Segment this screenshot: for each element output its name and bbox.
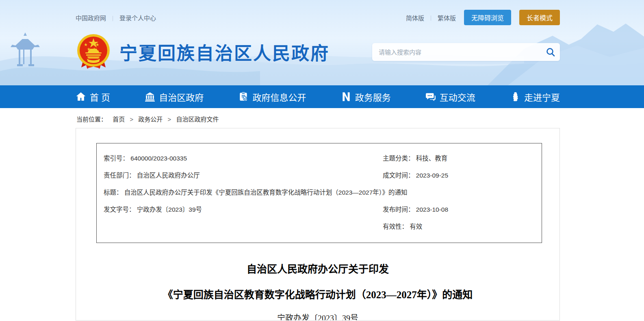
site-title[interactable]: 宁夏回族自治区人民政府 [119,39,330,65]
nav-item-interaction[interactable]: 互动交流 [425,90,475,103]
nav-label: 政府信息公开 [252,90,306,103]
nav-label: 走进宁夏 [524,90,560,103]
article-title-line1: 自治区人民政府办公厅关于印发 [76,261,559,275]
meta-validity-value: 有效 [410,223,422,230]
gov-site-link[interactable]: 中国政府网 [76,15,106,22]
search-icon [546,47,555,57]
meta-category-value: 科技、教育 [416,155,448,162]
meta-row: 发文字号： 宁政办发〔2023〕39号 发布时间： 2023-10-08 [97,201,542,218]
meta-written-date-value: 2023-09-25 [416,172,448,179]
traditional-chinese-link[interactable]: 繁体版 [438,13,456,22]
separator: ｜ [110,15,115,22]
meta-row: 索引号： 640000/2023-00335 主题分类： 科技、教育 [97,150,542,167]
login-link[interactable]: 登录个人中心 [119,15,156,22]
national-emblem-logo[interactable] [76,33,111,71]
search-input[interactable] [372,49,541,56]
search-box [372,43,560,61]
elder-mode-button[interactable]: 长者模式 [519,10,560,25]
chat-bubble-icon [425,91,436,102]
government-building-icon [145,91,155,102]
document-content-panel: 索引号： 640000/2023-00335 主题分类： 科技、教育 责任部门：… [76,128,560,321]
article-title-line2: 《宁夏回族自治区教育数字化战略行动计划（2023—2027年）》的通知 [76,286,559,301]
meta-category-label: 主题分类： [383,155,414,162]
breadcrumb-separator: > [168,116,171,123]
site-header: 中国政府网｜登录个人中心 简体版｜繁体版 无障碍浏览 长者模式 [0,0,644,85]
meta-doc-number-label: 发文字号： [104,206,135,213]
nav-label: 互动交流 [440,90,475,103]
nav-item-about-ningxia[interactable]: 走进宁夏 [510,90,560,103]
meta-title-value: 自治区人民政府办公厅关于印发《宁夏回族自治区教育数字化战略行动计划（2023—2… [124,189,408,196]
info-disclosure-icon [238,91,249,102]
meta-row: 有效性： 有效 [97,218,542,235]
meta-doc-number-value: 宁政办发〔2023〕39号 [137,206,202,213]
nav-item-home[interactable]: 首 页 [76,90,110,103]
separator: ｜ [428,14,434,22]
nav-label: 首 页 [90,90,110,103]
meta-department-label: 责任部门： [104,172,135,179]
breadcrumb-prefix: 当前位置： [76,116,107,123]
nav-item-services[interactable]: 政务服务 [341,90,391,103]
meta-written-date-label: 成文时间： [383,172,414,179]
breadcrumb: 当前位置： 首页 > 政务公开 > 自治区政府文件 [76,108,560,128]
nav-item-regional-government[interactable]: 自治区政府 [145,90,204,103]
main-nav: 首 页 自治区政府 政府信息公开 [0,85,644,108]
article-header: 自治区人民政府办公厅关于印发 《宁夏回族自治区教育数字化战略行动计划（2023—… [76,261,559,321]
nav-label: 政务服务 [355,90,391,103]
meta-validity-label: 有效性： [383,223,408,230]
nav-label: 自治区政府 [159,90,204,103]
search-button[interactable] [541,43,560,61]
topbar-links-left: 中国政府网｜登录个人中心 [76,13,156,22]
accessibility-button[interactable]: 无障碍浏览 [464,10,511,25]
topbar-links-right: 简体版｜繁体版 无障碍浏览 长者模式 [406,10,560,25]
topbar: 中国政府网｜登录个人中心 简体版｜繁体版 无障碍浏览 长者模式 [76,10,560,25]
services-n-icon [341,91,351,102]
nav-item-info-disclosure[interactable]: 政府信息公开 [238,90,306,103]
breadcrumb-home[interactable]: 首页 [113,116,125,123]
simplified-chinese-link[interactable]: 简体版 [406,13,424,22]
breadcrumb-open-government[interactable]: 政务公开 [138,116,163,123]
meta-publish-date-value: 2023-10-08 [416,206,448,213]
breadcrumb-government-documents[interactable]: 自治区政府文件 [176,116,219,123]
meta-index-label: 索引号： [104,155,129,162]
meta-title-label: 标题： [104,189,123,196]
pavilion-art [11,33,40,66]
meta-row-title: 标题： 自治区人民政府办公厅关于印发《宁夏回族自治区教育数字化战略行动计划（20… [97,184,542,201]
meta-publish-date-label: 发布时间： [383,206,414,213]
home-icon [76,91,86,102]
meta-department-value: 自治区人民政府办公厅 [137,172,200,179]
article-doc-number: 宁政办发〔2023〕39号 [76,312,559,321]
breadcrumb-separator: > [130,116,133,123]
meta-row: 责任部门： 自治区人民政府办公厅 成文时间： 2023-09-25 [97,167,542,184]
document-meta-table: 索引号： 640000/2023-00335 主题分类： 科技、教育 责任部门：… [96,143,542,243]
ningxia-map-icon [510,91,520,102]
meta-index-value: 640000/2023-00335 [130,155,187,162]
